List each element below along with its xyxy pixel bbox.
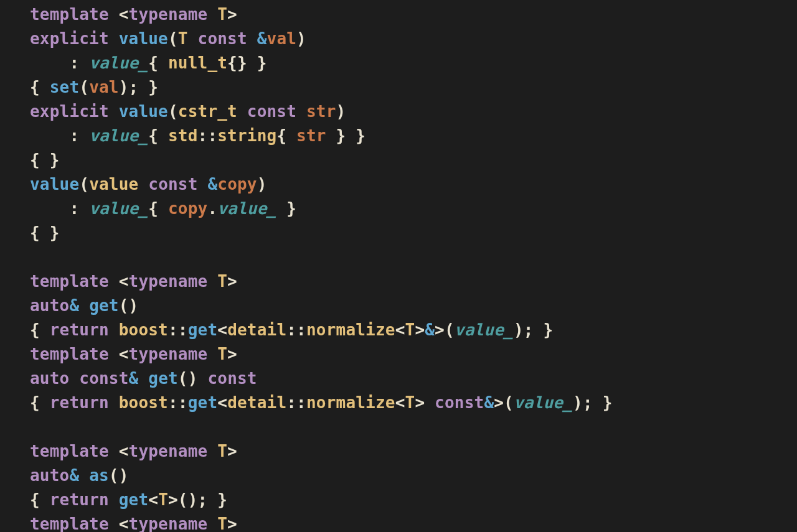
ns-detail: detail: [227, 320, 286, 339]
code-line: auto& as(): [30, 466, 129, 485]
code-line: : value_{ std::string{ str } }: [30, 126, 365, 145]
member-value_: value_: [89, 54, 148, 72]
code-line: template <typename T>: [30, 442, 237, 460]
code-line: auto& get(): [30, 296, 138, 315]
keyword-explicit: explicit: [30, 29, 109, 48]
code-line: explicit value(T const &val): [30, 29, 306, 48]
ns-std: std: [168, 126, 198, 145]
keyword-template: template: [30, 5, 109, 24]
code-block: template <typename T> explicit value(T c…: [0, 0, 797, 532]
type-null_t: null_t: [168, 54, 227, 72]
code-line: { set(val); }: [30, 78, 158, 96]
code-line: { }: [30, 151, 60, 169]
call-set: set: [50, 78, 80, 96]
fn-as: as: [89, 466, 109, 485]
code-line: explicit value(cstr_t const str): [30, 102, 346, 121]
code-line: { return boost::get<detail::normalize<T>…: [30, 393, 613, 412]
fn-get: get: [89, 296, 119, 315]
code-line: { return get<T>(); }: [30, 490, 227, 509]
code-line: template <typename T>: [30, 272, 237, 291]
code-line: : value_{ null_t{} }: [30, 54, 267, 72]
type-normalize: normalize: [306, 320, 395, 339]
code-line: template <typename T>: [30, 5, 237, 24]
keyword-auto: auto: [30, 296, 69, 315]
ns-boost: boost: [119, 320, 168, 339]
code-line: : value_{ copy.value_ }: [30, 199, 296, 218]
keyword-return: return: [50, 320, 109, 339]
type-T: T: [217, 5, 227, 24]
ctor-value: value: [119, 29, 168, 48]
code-line: { return boost::get<detail::normalize<T>…: [30, 320, 553, 339]
code-line: template <typename T>: [30, 515, 237, 532]
code-line: auto const& get() const: [30, 369, 257, 388]
type-cstr_t: cstr_t: [178, 102, 237, 121]
code-line: template <typename T>: [30, 345, 237, 363]
code-line: { }: [30, 223, 60, 242]
code-line: value(value const &copy): [30, 175, 267, 194]
type-string: string: [217, 126, 276, 145]
param-copy: copy: [217, 175, 257, 194]
keyword-typename: typename: [129, 5, 208, 24]
param-val: val: [267, 29, 297, 48]
blank-line: [30, 418, 40, 436]
blank-line: [30, 248, 40, 266]
param-str: str: [306, 102, 336, 121]
